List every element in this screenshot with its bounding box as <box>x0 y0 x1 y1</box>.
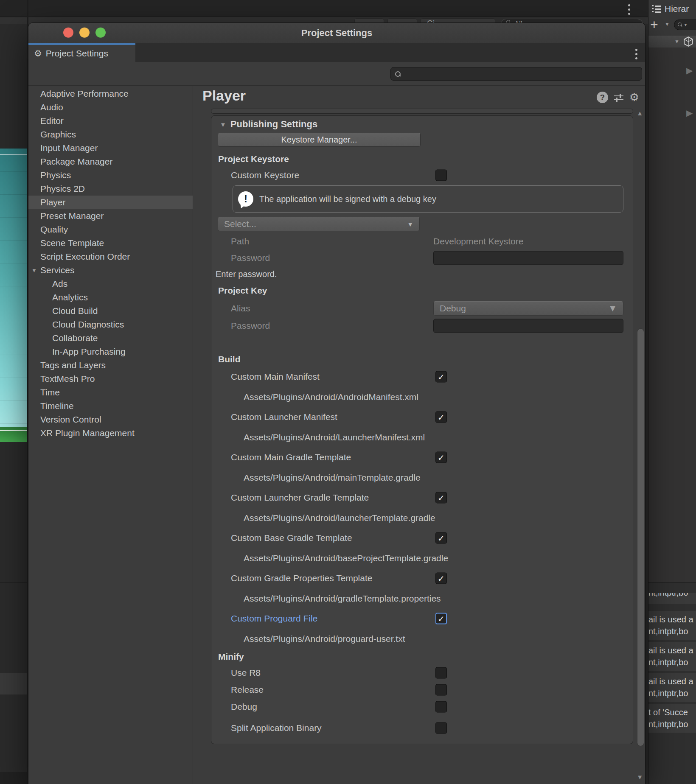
sidebar-item[interactable]: Player <box>28 196 193 209</box>
sidebar-item[interactable]: Adaptive Performance <box>28 87 193 101</box>
key-password-row: Password <box>211 317 633 335</box>
previous-section-box-edge <box>211 109 633 114</box>
console-entry[interactable]: t of 'Succe nt,intptr,bo <box>648 704 696 733</box>
sidebar-item[interactable]: Preset Manager <box>28 209 193 223</box>
help-icon[interactable]: ? <box>597 92 608 103</box>
build-option-label: Custom Main Manifest <box>231 372 320 382</box>
hierarchy-icon <box>652 5 661 13</box>
collapse-icon[interactable] <box>674 39 679 45</box>
sidebar-item[interactable]: Ads <box>28 277 193 291</box>
editor-kebab-menu-icon[interactable] <box>628 4 630 15</box>
key-password-input[interactable] <box>434 319 623 333</box>
split-binary-checkbox[interactable] <box>435 722 447 734</box>
sidebar-item[interactable]: Package Manager <box>28 155 193 168</box>
warning-icon: ! <box>238 191 253 207</box>
sidebar-item[interactable]: Scene Template <box>28 236 193 250</box>
build-option-checkbox[interactable] <box>435 492 447 504</box>
console-line: nt,intptr,bo <box>648 687 696 699</box>
minify-row: Debug <box>211 698 633 715</box>
bottom-panel-band <box>0 673 27 694</box>
sidebar-item[interactable]: XR Plugin Management <box>28 426 193 440</box>
minify-option-label: Release <box>231 685 264 695</box>
sidebar-item-label: Package Manager <box>40 157 112 167</box>
sidebar-item[interactable]: In-App Purchasing <box>28 345 193 358</box>
console-entry-partial[interactable]: nt,intptr,bo <box>648 593 696 604</box>
build-option-checkbox[interactable] <box>435 613 447 624</box>
sidebar-item-label: Physics <box>40 170 71 180</box>
sidebar-item-label: Physics 2D <box>40 184 85 194</box>
sidebar-item[interactable]: Analytics <box>28 291 193 304</box>
console-entry[interactable]: ail is used a nt,intptr,bo <box>648 642 696 671</box>
publishing-settings-box: Publishing Settings Keystore Manager... … <box>211 115 633 744</box>
hierarchy-search[interactable] <box>674 20 696 30</box>
sidebar-item[interactable]: Input Manager <box>28 141 193 155</box>
minify-option-checkbox[interactable] <box>435 667 447 679</box>
sidebar-item-label: Services <box>40 265 75 275</box>
settings-search-input[interactable] <box>404 70 625 78</box>
build-option-checkbox[interactable] <box>435 412 447 423</box>
scrollbar-up-icon[interactable]: ▲ <box>637 109 643 117</box>
minify-option-checkbox[interactable] <box>435 684 447 696</box>
expand-arrow-icon[interactable]: ▶ <box>686 65 693 76</box>
minify-option-checkbox[interactable] <box>435 701 447 713</box>
sidebar-item[interactable]: Script Execution Order <box>28 250 193 263</box>
publishing-settings-foldout[interactable]: Publishing Settings <box>211 116 633 133</box>
build-option-checkbox[interactable] <box>435 371 447 383</box>
sidebar-item[interactable]: Cloud Build <box>28 304 193 318</box>
keystore-manager-button[interactable]: Keystore Manager... <box>218 133 421 147</box>
scene-root-row[interactable] <box>648 36 696 48</box>
console-entry[interactable]: ail is used a nt,intptr,bo <box>648 611 696 640</box>
alias-dropdown[interactable]: Debug <box>433 301 623 316</box>
sidebar-item[interactable]: Version Control <box>28 413 193 426</box>
build-row: Custom Gradle Properties Template Assets… <box>211 568 633 609</box>
sidebar-item[interactable]: Collaborate <box>28 331 193 345</box>
hierarchy-tab[interactable]: Hierar <box>648 3 696 15</box>
sidebar-item[interactable]: Cloud Diagnostics <box>28 318 193 331</box>
build-option-checkbox[interactable] <box>435 532 447 544</box>
keystore-select-dropdown[interactable]: Select... <box>218 217 420 231</box>
sidebar-item[interactable]: Quality <box>28 223 193 236</box>
hierarchy-toolbar: + <box>648 19 696 31</box>
sidebar-item[interactable]: Services <box>28 263 193 277</box>
build-option-path: Assets/Plugins/Android/proguard-user.txt <box>244 634 405 644</box>
keystore-password-input[interactable] <box>434 252 623 265</box>
tab-kebab-menu-icon[interactable] <box>635 49 637 59</box>
keystore-password-input-box <box>433 251 623 265</box>
sidebar-item[interactable]: Time <box>28 386 193 399</box>
expand-arrow-icon[interactable]: ▶ <box>686 108 693 118</box>
build-row: Custom Main Gradle Template Assets/Plugi… <box>211 448 633 488</box>
key-password-input-box <box>433 319 623 333</box>
add-object-button[interactable]: + <box>650 17 658 33</box>
scrollbar-down-icon[interactable]: ▼ <box>637 773 643 781</box>
sidebar-item[interactable]: Tags and Layers <box>28 358 193 372</box>
split-binary-label: Split Application Binary <box>231 723 322 733</box>
sidebar-item-label: XR Plugin Management <box>40 428 135 438</box>
build-option-label: Custom Proguard File <box>231 613 317 624</box>
sidebar-item[interactable]: Audio <box>28 101 193 114</box>
sidebar-item-label: In-App Purchasing <box>52 347 126 357</box>
hierarchy-tree: ▶ ▶ <box>648 48 696 582</box>
build-option-checkbox[interactable] <box>435 573 447 584</box>
foldout-icon[interactable] <box>31 267 37 274</box>
console-line: t of 'Succe <box>648 706 696 718</box>
custom-keystore-checkbox[interactable] <box>435 170 447 181</box>
sidebar-item[interactable]: Physics 2D <box>28 182 193 196</box>
console-panel: nt,intptr,bo ail is used a nt,intptr,bo … <box>648 582 696 784</box>
sidebar-item[interactable]: Physics <box>28 168 193 182</box>
gear-icon[interactable]: ⚙ <box>629 92 639 103</box>
sidebar-item[interactable]: Timeline <box>28 399 193 413</box>
sidebar-item[interactable]: Graphics <box>28 128 193 141</box>
minify-heading: Minify <box>218 652 244 662</box>
build-rows: Custom Main Manifest Assets/Plugins/Andr… <box>211 367 633 649</box>
sidebar-item[interactable]: Editor <box>28 114 193 128</box>
presets-icon[interactable] <box>613 92 624 103</box>
settings-search-field[interactable] <box>390 67 642 81</box>
tab-project-settings[interactable]: ⚙ Project Settings <box>28 43 135 62</box>
sidebar-item[interactable]: TextMesh Pro <box>28 372 193 386</box>
window-titlebar[interactable]: Project Settings <box>28 23 645 43</box>
build-option-checkbox[interactable] <box>435 452 447 463</box>
console-entry[interactable]: ail is used a nt,intptr,bo <box>648 673 696 702</box>
add-dropdown-icon[interactable] <box>665 21 670 27</box>
sidebar-item-label: Ads <box>52 279 67 289</box>
scrollbar-thumb[interactable] <box>637 328 644 746</box>
